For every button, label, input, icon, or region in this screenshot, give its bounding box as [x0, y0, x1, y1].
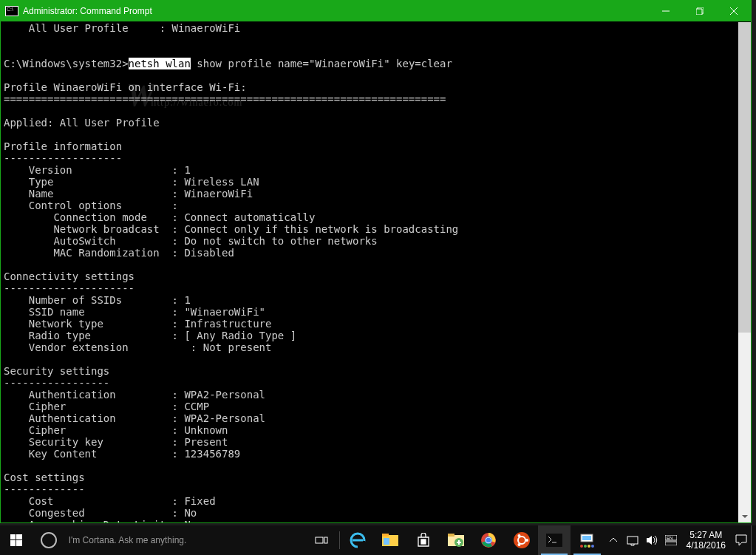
svg-rect-1: [16, 534, 22, 539]
svg-point-33: [591, 545, 594, 548]
svg-rect-4: [316, 537, 323, 543]
cortana-icon[interactable]: [33, 525, 65, 555]
tray-clock[interactable]: 5:27 AM 4/18/2016: [681, 530, 732, 551]
minimize-button[interactable]: [649, 1, 683, 21]
svg-rect-29: [582, 536, 591, 540]
tray-volume-icon[interactable]: [642, 525, 661, 555]
task-view-button[interactable]: [305, 525, 338, 555]
taskbar-app-explorer[interactable]: [374, 525, 406, 555]
svg-point-32: [588, 545, 590, 548]
svg-rect-16: [448, 534, 454, 537]
action-center-button[interactable]: [732, 525, 751, 555]
search-input[interactable]: I'm Cortana. Ask me anything.: [66, 525, 305, 555]
taskbar-app-chrome[interactable]: [472, 525, 505, 555]
taskbar: I'm Cortana. Ask me anything. EN 5:27 AM…: [0, 525, 756, 555]
taskbar-app-manager[interactable]: [440, 525, 472, 555]
taskbar-app-store[interactable]: [407, 525, 440, 555]
svg-point-31: [584, 545, 587, 548]
clock-date: 4/18/2016: [687, 540, 726, 551]
console-output[interactable]: All User Profile : WinaeroWiFi C:\Window…: [1, 22, 738, 522]
start-button[interactable]: [0, 525, 33, 555]
taskbar-app-paint[interactable]: [571, 525, 603, 555]
svg-point-26: [517, 543, 520, 546]
svg-rect-7: [358, 541, 365, 548]
taskbar-app-edge[interactable]: [341, 525, 374, 555]
svg-rect-34: [627, 537, 638, 544]
window-title: Administrator: Command Prompt: [23, 6, 649, 16]
svg-point-21: [486, 538, 491, 542]
tray-input-icon[interactable]: EN: [661, 525, 681, 555]
scrollbar-thumb[interactable]: [738, 22, 751, 333]
clock-time: 5:27 AM: [687, 530, 726, 540]
svg-rect-10: [384, 538, 389, 545]
svg-rect-11: [421, 539, 423, 542]
svg-rect-12: [423, 539, 426, 542]
cmd-window: Administrator: Command Prompt All User P…: [0, 0, 752, 523]
svg-point-30: [580, 545, 583, 548]
taskbar-app-cmd-active[interactable]: [538, 525, 571, 555]
svg-rect-37: [665, 542, 677, 545]
tray-overflow-icon[interactable]: [604, 525, 623, 555]
svg-point-25: [517, 534, 520, 537]
output-highlight: netsh wlan: [129, 58, 191, 69]
taskbar-divider: [339, 531, 340, 549]
svg-rect-0: [10, 534, 16, 539]
vertical-scrollbar[interactable]: [738, 22, 751, 522]
close-button[interactable]: [717, 1, 751, 21]
svg-rect-9: [382, 534, 389, 537]
svg-rect-14: [423, 542, 426, 545]
svg-rect-13: [421, 542, 423, 545]
titlebar[interactable]: Administrator: Command Prompt: [1, 1, 751, 21]
svg-text:EN: EN: [667, 536, 672, 540]
svg-rect-2: [10, 540, 16, 546]
tray-network-icon[interactable]: [623, 525, 642, 555]
taskbar-app-ubuntu[interactable]: [505, 525, 538, 555]
maximize-button[interactable]: [683, 1, 717, 21]
cmd-icon: [5, 6, 18, 16]
svg-rect-27: [546, 534, 562, 547]
search-placeholder: I'm Cortana. Ask me anything.: [69, 535, 187, 545]
svg-rect-3: [16, 540, 22, 546]
output-rest: show profile name="WinaeroWiFi" key=clea…: [4, 58, 458, 522]
scroll-down-button[interactable]: [738, 510, 751, 522]
svg-rect-5: [324, 537, 327, 543]
svg-point-24: [525, 539, 528, 542]
show-desktop-button[interactable]: [751, 525, 756, 555]
